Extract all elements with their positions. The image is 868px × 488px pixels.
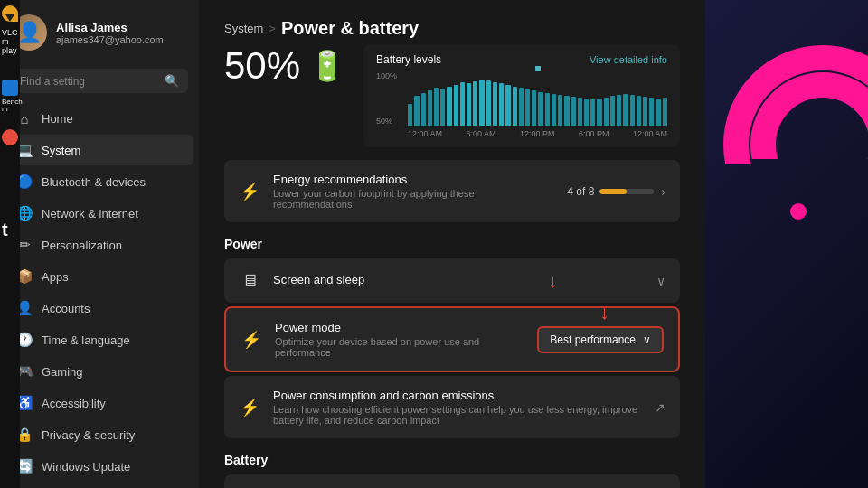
chart-bar	[571, 97, 576, 126]
dropdown-chevron-icon: ∨	[643, 333, 651, 346]
sidebar: 👤 Allisa James ajames347@yahoo.com 🔍 ⌂ H…	[0, 0, 199, 488]
x-label-4: 12:00 AM	[633, 129, 667, 138]
sidebar-item-home[interactable]: ⌂ Home	[5, 103, 193, 134]
energy-title: Energy recommendations	[273, 173, 554, 186]
chart-bar	[532, 90, 536, 126]
breadcrumb-separator: >	[269, 22, 276, 35]
sidebar-item-apps[interactable]: 📦 Apps	[5, 261, 193, 292]
sidebar-item-accessibility[interactable]: ♿ Accessibility	[5, 388, 193, 418]
power-section-header: Power	[224, 237, 680, 251]
sidebar-item-label-system: System	[42, 144, 80, 157]
arrow-annotation-left: ↓	[548, 269, 558, 293]
energy-right: 4 of 8 ›	[567, 184, 665, 199]
chart-peak-dot	[535, 66, 541, 71]
chart-bar	[552, 94, 556, 126]
energy-icon: ⚡	[239, 182, 260, 202]
battery-saver-item[interactable]: 🔋 Battery saver Extend battery life by l…	[224, 474, 680, 488]
desktop-decoration	[705, 0, 868, 488]
chart-bar	[408, 104, 412, 126]
chart-bar	[440, 89, 445, 126]
sidebar-item-label-windows-update: Windows Update	[42, 460, 130, 474]
power-mode-item[interactable]: ⚡ Power mode Optimize your device based …	[224, 306, 680, 372]
chart-bar	[623, 94, 627, 126]
sidebar-item-privacy[interactable]: 🔒 Privacy & security	[5, 419, 193, 450]
search-input[interactable]	[20, 75, 159, 88]
carbon-item[interactable]: ⚡ Power consumption and carbon emissions…	[224, 376, 680, 438]
screen-sleep-item[interactable]: 🖥 Screen and sleep ↓ ∨	[224, 258, 680, 303]
chart-bar	[610, 96, 615, 126]
chart-bar	[513, 87, 517, 126]
chevron-right-icon: ›	[661, 184, 665, 199]
sidebar-item-windows-update[interactable]: 🔄 Windows Update	[5, 451, 193, 482]
user-profile[interactable]: 👤 Allisa James ajames347@yahoo.com	[0, 0, 199, 65]
sidebar-item-network[interactable]: 🌐 Network & internet	[5, 198, 193, 229]
sidebar-item-gaming[interactable]: 🎮 Gaming	[5, 356, 193, 387]
benchm-icon	[2, 80, 18, 96]
progress-bar	[599, 189, 654, 194]
chart-bar	[467, 83, 471, 126]
y-label-100: 100%	[376, 71, 397, 80]
benchm-label: Benchm	[0, 98, 20, 116]
user-email: ajames347@yahoo.com	[56, 34, 164, 45]
sidebar-item-personalization[interactable]: ✏ Personalization	[5, 230, 193, 260]
chart-bar	[584, 99, 589, 126]
chart-bar	[505, 85, 510, 126]
vlc-icon	[2, 5, 18, 22]
progress-text: 4 of 8	[567, 185, 594, 198]
search-box[interactable]: 🔍	[11, 69, 188, 93]
screen-right: ↓ ∨	[656, 274, 665, 288]
chart-bar	[590, 99, 595, 126]
x-label-1: 6:00 AM	[467, 129, 496, 138]
breadcrumb: System > Power & battery	[224, 18, 680, 39]
chart-bar	[428, 90, 432, 126]
main-content: System > Power & battery 50% 🔋 Battery l…	[199, 0, 705, 488]
chart-bar	[604, 98, 609, 126]
arrow-annotation-right: ↓	[599, 301, 609, 324]
breadcrumb-parent[interactable]: System	[224, 22, 263, 35]
sidebar-item-label-time: Time & language	[42, 333, 130, 347]
chart-bar	[479, 80, 484, 126]
carbon-desc: Learn how choosing efficient power setti…	[273, 404, 642, 426]
sidebar-item-system[interactable]: 💻 System	[5, 135, 193, 165]
chart-bar	[414, 96, 419, 126]
user-info: Allisa James ajames347@yahoo.com	[56, 21, 164, 45]
sidebar-item-label-gaming: Gaming	[42, 365, 83, 379]
chart-bar	[434, 88, 439, 126]
view-detailed-link[interactable]: View detailed info	[590, 54, 667, 65]
progress-badge: 4 of 8	[567, 185, 654, 198]
screen-chevron: ∨	[656, 274, 665, 288]
battery-chart-container: Battery levels View detailed info 100% 5…	[363, 44, 680, 147]
chart-header: Battery levels View detailed info	[376, 53, 667, 66]
power-mode-text: Power mode Optimize your device based on…	[275, 321, 524, 358]
sidebar-item-time-language[interactable]: 🕐 Time & language	[5, 324, 193, 355]
sidebar-item-accounts[interactable]: 👤 Accounts	[5, 293, 193, 324]
battery-icon: 🔋	[309, 49, 345, 83]
chart-bar	[545, 93, 550, 126]
x-label-2: 12:00 PM	[520, 129, 555, 138]
chart-bar	[421, 93, 426, 126]
sidebar-item-label-network: Network & internet	[42, 207, 138, 221]
chart-bar	[663, 98, 667, 126]
power-mode-dropdown[interactable]: Best performance ∨	[537, 326, 664, 353]
chart-bars	[408, 71, 667, 126]
chart-bar	[525, 89, 530, 126]
avatar-person-icon: 👤	[17, 21, 42, 44]
chart-y-axis: 100% 50%	[376, 71, 397, 126]
chart-bar	[656, 99, 660, 126]
sidebar-item-bluetooth[interactable]: 🔵 Bluetooth & devices	[5, 166, 193, 197]
screen-title: Screen and sleep	[273, 273, 644, 286]
chart-bar	[473, 81, 477, 126]
chart-bar	[447, 87, 451, 126]
energy-desc: Lower your carbon footprint by applying …	[273, 188, 554, 210]
chart-bar	[538, 92, 542, 126]
power-mode-right: ↓ Best performance ∨	[537, 326, 664, 353]
chart-bar	[630, 95, 635, 126]
settings-window: 👤 Allisa James ajames347@yahoo.com 🔍 ⌂ H…	[0, 0, 705, 488]
taskbar-strip: VLC mplay Benchm t	[0, 0, 20, 488]
battery-section-header: Battery	[224, 453, 680, 467]
screen-icon: 🖥	[239, 271, 260, 290]
chart-area	[408, 71, 667, 126]
chart-bar	[499, 83, 504, 126]
energy-recommendations-item[interactable]: ⚡ Energy recommendations Lower your carb…	[224, 160, 680, 222]
chart-bar	[519, 88, 524, 126]
